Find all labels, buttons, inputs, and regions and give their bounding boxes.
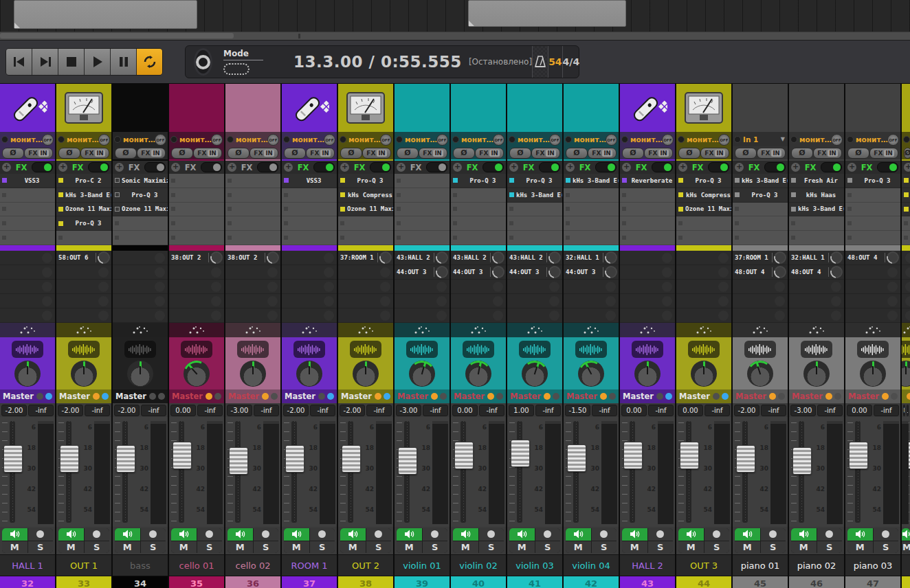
mute-button[interactable]: M — [566, 541, 591, 554]
fx-enable-square[interactable] — [904, 178, 909, 183]
channel-audio-button[interactable] — [688, 341, 720, 358]
volume-value[interactable]: -2.00 — [114, 405, 140, 416]
send-slot[interactable]: 32:HALL 1 — [789, 251, 844, 265]
master-routing-row[interactable]: Master — [0, 389, 55, 403]
monitor-off-button[interactable]: OFF — [493, 134, 504, 146]
fx-in-button[interactable]: FXIN — [80, 148, 109, 159]
fx-plugin-name[interactable]: Pro-Q 3 — [742, 192, 788, 199]
fader-track[interactable] — [573, 421, 579, 523]
mute-button[interactable]: M — [847, 541, 873, 554]
record-arm-button[interactable] — [648, 528, 674, 541]
record-arm-button[interactable] — [310, 528, 335, 541]
record-arm-dot[interactable] — [283, 136, 290, 143]
pause-button[interactable] — [111, 49, 137, 75]
speaker-mute-button[interactable] — [58, 528, 84, 541]
fader-handle[interactable] — [60, 445, 79, 473]
solo-button[interactable]: S — [648, 541, 674, 554]
master-routing-label[interactable]: Master — [59, 392, 91, 401]
monitor-off-button[interactable]: OFF — [662, 134, 674, 146]
send-label[interactable]: 44:OUT 3 — [507, 269, 546, 275]
phase-button[interactable]: Ø — [397, 148, 419, 159]
fx-enable-square[interactable] — [735, 192, 740, 197]
track-color-header[interactable] — [507, 84, 562, 132]
record-arm-dot[interactable] — [227, 136, 234, 143]
routing-button[interactable] — [113, 323, 168, 337]
peak-value[interactable]: -inf — [907, 405, 909, 416]
input-monitor-row[interactable]: In 1▼ — [733, 132, 788, 146]
send-label[interactable]: 44:OUT 3 — [564, 269, 603, 275]
send-slot[interactable]: 37:ROOM 1 — [733, 251, 788, 265]
track-name[interactable]: OUT 1 — [56, 554, 111, 576]
volume-value[interactable]: 0.00 — [678, 405, 703, 416]
fx-enable-square[interactable] — [847, 178, 852, 183]
solo-button[interactable]: S — [423, 541, 448, 554]
record-arm-dot[interactable] — [170, 136, 177, 143]
mute-button[interactable]: M — [397, 541, 422, 554]
fader-track[interactable] — [855, 421, 861, 523]
mute-button[interactable]: M — [902, 541, 910, 554]
routing-button[interactable] — [845, 323, 900, 337]
fx-label[interactable]: FX — [462, 163, 482, 172]
fx-label[interactable]: FX — [687, 163, 708, 172]
phase-button[interactable]: Ø — [509, 148, 531, 159]
solo-button[interactable]: S — [141, 541, 166, 554]
add-fx-button[interactable]: + — [284, 163, 293, 172]
peak-value[interactable]: -inf — [535, 405, 561, 416]
fx-plugin-name[interactable]: kHs 3-Band E( — [742, 177, 788, 184]
pan-knob[interactable] — [522, 361, 548, 387]
monitor-off-button[interactable]: OFF — [606, 134, 617, 146]
send-slot[interactable]: 58:OUT 6 — [56, 251, 111, 265]
fx-label[interactable]: FX — [349, 163, 370, 172]
routing-button[interactable] — [169, 323, 224, 337]
level-meter[interactable] — [94, 421, 110, 524]
play-button[interactable] — [85, 49, 111, 75]
peak-value[interactable]: -inf — [85, 405, 110, 416]
mute-button[interactable]: M — [735, 541, 760, 554]
send-slot[interactable]: 48:OUT 4 — [733, 265, 788, 280]
add-fx-button[interactable]: + — [171, 163, 180, 172]
fx-slot[interactable]: Sonic Maximiz — [113, 174, 168, 188]
send-label[interactable]: 32:HALL 1 — [789, 254, 828, 261]
fader-handle[interactable] — [285, 445, 304, 473]
track-name[interactable]: HALL 2 — [620, 554, 675, 576]
monitor-off-button[interactable]: OFF — [267, 134, 279, 146]
input-monitor-row[interactable]: мониторингOFF — [845, 132, 900, 146]
track-name[interactable]: violin 04 — [564, 554, 619, 576]
phase-button[interactable]: Ø — [453, 148, 475, 159]
fx-label[interactable]: FX — [293, 163, 313, 172]
fx-label[interactable]: FX — [67, 163, 88, 172]
send-slot[interactable]: 38:OUT 2 — [169, 251, 224, 265]
mute-button[interactable]: M — [791, 541, 817, 554]
fx-slot[interactable]: Ozone 11 Maxir — [113, 203, 168, 217]
routing-button[interactable] — [338, 323, 393, 337]
master-routing-row[interactable]: Master — [676, 389, 731, 403]
record-arm-dot[interactable] — [396, 136, 403, 143]
solo-button[interactable]: S — [197, 541, 223, 554]
speaker-mute-button[interactable] — [735, 528, 760, 541]
channel-audio-button[interactable] — [463, 341, 494, 358]
level-meter[interactable] — [658, 421, 674, 524]
monitor-off-button[interactable]: OFF — [98, 134, 110, 146]
peak-value[interactable]: -inf — [141, 405, 166, 416]
fx-bypass-toggle[interactable] — [877, 162, 898, 172]
track-name[interactable]: OUT 2 — [338, 554, 393, 576]
pan-knob[interactable] — [184, 361, 210, 387]
fader-handle[interactable] — [792, 447, 812, 475]
input-monitor-row[interactable]: мониторингOFF — [113, 132, 168, 146]
track-color-header[interactable] — [733, 84, 788, 132]
routing-button[interactable] — [395, 323, 450, 337]
fx-label[interactable]: FX — [800, 163, 821, 172]
fx-bypass-toggle[interactable] — [595, 162, 617, 172]
routing-button[interactable] — [0, 323, 55, 337]
volume-value[interactable]: -3.00 — [790, 405, 816, 416]
fx-in-button[interactable]: FXIN — [757, 148, 786, 159]
send-level-knob[interactable] — [436, 251, 448, 264]
fx-bypass-toggle[interactable] — [764, 162, 786, 172]
fx-slot[interactable]: Reverberate — [620, 174, 675, 188]
solo-button[interactable]: S — [28, 541, 54, 554]
track-name[interactable]: piano 01 — [733, 554, 788, 576]
peak-value[interactable]: -inf — [761, 405, 786, 416]
send-level-knob[interactable] — [830, 251, 843, 264]
master-routing-row[interactable]: Master — [620, 389, 675, 403]
tempo-display[interactable]: 54 — [548, 46, 562, 78]
